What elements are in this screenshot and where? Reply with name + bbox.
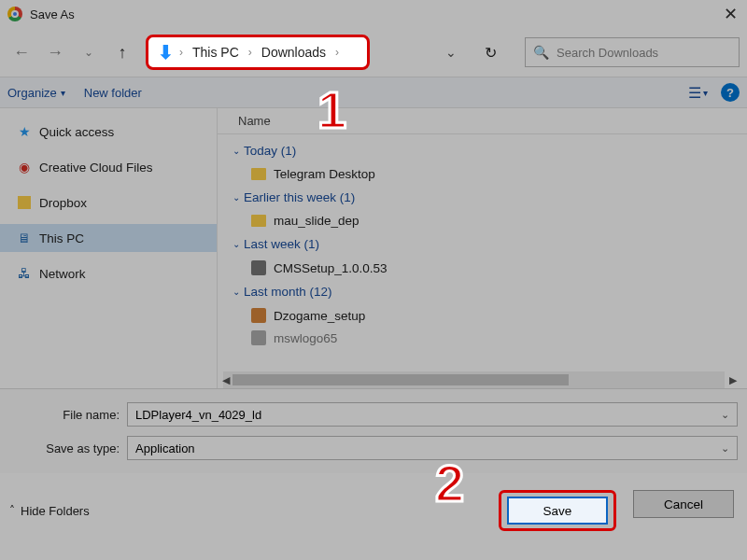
group-today[interactable]: ⌄Today (1) (229, 138, 747, 163)
installer-icon (251, 308, 266, 323)
hide-folders-toggle[interactable]: ˄ Hide Folders (9, 504, 90, 518)
group-label: Today (1) (244, 144, 296, 158)
file-label: Dzogame_setup (274, 309, 365, 323)
file-label: mau_slide_dep (274, 214, 359, 228)
search-input[interactable]: 🔍 Search Downloads (525, 37, 740, 67)
scrollbar-thumb[interactable] (233, 374, 569, 385)
hide-folders-label: Hide Folders (21, 504, 90, 518)
nav-row: ← → ⌄ ↑ ⬇ › This PC › Downloads › ⌄ ↻ 🔍 … (0, 28, 747, 77)
breadcrumb-this-pc[interactable]: This PC (189, 43, 243, 62)
save-highlight: Save (499, 490, 616, 531)
chevron-down-icon: ⌄ (233, 287, 240, 297)
chevron-right-icon: › (335, 46, 339, 59)
file-label: mswlogo65 (274, 331, 337, 345)
sidebar-item-label: Dropbox (39, 196, 87, 210)
caret-down-icon: ▾ (61, 88, 65, 98)
chevron-down-icon: ⌄ (233, 239, 240, 249)
dropbox-icon (17, 195, 32, 210)
chrome-icon (7, 7, 22, 21)
chevron-down-icon: ⌄ (233, 192, 240, 203)
back-button[interactable]: ← (7, 38, 35, 66)
sidebar-item-label: Quick access (39, 125, 114, 139)
application-icon (251, 260, 266, 275)
group-label: Last week (1) (244, 237, 319, 251)
group-last-week[interactable]: ⌄Last week (1) (229, 231, 747, 257)
file-pane: Name ⌄Today (1) Telegram Desktop ⌄Earlie… (217, 108, 747, 388)
toolbar: Organize ▾ New folder ☰ ▾ ? (0, 77, 747, 108)
recent-caret-icon[interactable]: ⌄ (75, 38, 103, 66)
sidebar-item-network[interactable]: 🖧 Network (0, 259, 217, 287)
file-list: ⌄Today (1) Telegram Desktop ⌄Earlier thi… (218, 134, 747, 349)
search-placeholder: Search Downloads (557, 46, 658, 60)
folder-icon (251, 215, 266, 227)
search-icon: 🔍 (533, 45, 549, 60)
list-item[interactable]: mau_slide_dep (229, 210, 747, 231)
save-type-value: Application (135, 441, 195, 455)
sidebar-item-label: This PC (39, 231, 84, 245)
group-last-month[interactable]: ⌄Last month (12) (229, 279, 747, 304)
annotation-2: 2 (435, 457, 464, 510)
sidebar-item-dropbox[interactable]: Dropbox (0, 189, 217, 217)
group-earlier-week[interactable]: ⌄Earlier this week (1) (229, 185, 747, 210)
up-button[interactable]: ↑ (108, 38, 136, 66)
scroll-right-icon[interactable]: ▶ (725, 371, 741, 388)
help-icon[interactable]: ? (721, 83, 740, 102)
titlebar: Save As ✕ (0, 0, 747, 28)
horizontal-scrollbar[interactable]: ◀ ▶ (223, 371, 725, 388)
filename-field[interactable]: LDPlayer4_vn_4029_ld ⌄ (127, 402, 738, 427)
caret-down-icon[interactable]: ⌄ (721, 442, 729, 455)
sidebar: ★ Quick access ◉ Creative Cloud Files Dr… (0, 108, 217, 388)
main-area: ★ Quick access ◉ Creative Cloud Files Dr… (0, 108, 747, 388)
organize-menu[interactable]: Organize ▾ (7, 86, 65, 100)
sidebar-item-label: Creative Cloud Files (39, 161, 153, 175)
new-folder-button[interactable]: New folder (84, 86, 142, 100)
caret-down-icon[interactable]: ⌄ (721, 409, 729, 421)
forward-button[interactable]: → (41, 38, 69, 66)
downloads-icon: ⬇ (158, 43, 174, 62)
file-label: CMSSetup_1.0.0.53 (274, 261, 388, 275)
column-header-name[interactable]: Name (218, 108, 747, 134)
sidebar-item-this-pc[interactable]: 🖥 This PC (0, 224, 217, 252)
save-form: File name: LDPlayer4_vn_4029_ld ⌄ Save a… (0, 388, 747, 473)
dialog-footer: ˄ Hide Folders Save Cancel (0, 473, 747, 546)
view-toggle[interactable]: ☰ ▾ (688, 84, 708, 102)
window-title: Save As (30, 7, 75, 21)
sidebar-item-creative-cloud[interactable]: ◉ Creative Cloud Files (0, 153, 217, 181)
save-type-label: Save as type: (9, 441, 127, 455)
list-item[interactable]: mswlogo65 (229, 327, 747, 349)
breadcrumb-downloads[interactable]: Downloads (258, 43, 330, 62)
refresh-button[interactable]: ↻ (475, 38, 506, 67)
close-icon[interactable]: ✕ (724, 4, 738, 24)
star-icon: ★ (17, 124, 32, 139)
breadcrumb[interactable]: ⬇ › This PC › Downloads › (146, 35, 370, 70)
filename-value: LDPlayer4_vn_4029_ld (135, 408, 261, 422)
file-label: Telegram Desktop (274, 167, 375, 181)
this-pc-icon: 🖥 (17, 231, 32, 245)
creative-cloud-icon: ◉ (17, 160, 32, 175)
chevron-down-icon: ⌄ (233, 146, 240, 156)
save-type-field[interactable]: Application ⌄ (127, 436, 738, 460)
list-item[interactable]: CMSSetup_1.0.0.53 (229, 257, 747, 279)
network-icon: 🖧 (17, 266, 32, 281)
cancel-button[interactable]: Cancel (633, 490, 734, 518)
sidebar-item-quick-access[interactable]: ★ Quick access (0, 118, 217, 146)
chevron-right-icon: › (179, 46, 183, 59)
path-dropdown[interactable]: ⌄ (436, 39, 466, 65)
folder-icon (251, 168, 266, 180)
sidebar-item-label: Network (39, 267, 86, 281)
chevron-up-icon: ˄ (9, 504, 15, 517)
organize-label: Organize (7, 86, 57, 100)
list-item[interactable]: Telegram Desktop (229, 163, 747, 185)
annotation-1: 1 (317, 84, 346, 136)
list-item[interactable]: Dzogame_setup (229, 304, 747, 327)
save-button[interactable]: Save (507, 497, 608, 525)
filename-label: File name: (9, 408, 127, 422)
group-label: Last month (12) (244, 285, 332, 299)
application-icon (251, 330, 266, 345)
chevron-right-icon: › (248, 46, 252, 59)
group-label: Earlier this week (1) (244, 190, 355, 204)
